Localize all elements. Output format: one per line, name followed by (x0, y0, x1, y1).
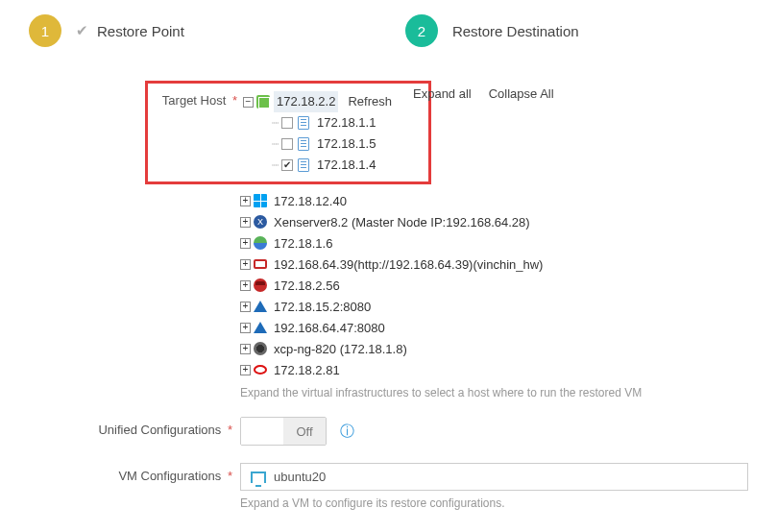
wizard-steps: 1 ✔ Restore Point 2 Restore Destination (0, 0, 777, 61)
vm-name: ubuntu20 (274, 470, 326, 484)
step-1-label: Restore Point (97, 23, 184, 39)
tree-node-label[interactable]: Xenserver8.2 (Master Node IP:192.168.64.… (271, 215, 533, 230)
tree-child-row: ┈ 172.18.1.1 (272, 112, 423, 133)
toggle-off-label: Off (283, 418, 326, 445)
oracle-icon (254, 363, 267, 376)
field-vm-config: VM Configurations * ubuntu20 Expand a VM… (29, 463, 748, 510)
label-vm-config: VM Configurations (118, 469, 221, 483)
check-icon: ✔ (76, 22, 88, 39)
field-unified-config: Unified Configurations * Off ⓘ (29, 417, 748, 446)
tree-node-row: + 192.168.64.39(http://192.168.64.39)(vi… (240, 254, 748, 275)
tree-root-label[interactable]: 172.18.2.2 (274, 91, 338, 112)
vm-config-hint: Expand a VM to configure its restore con… (240, 496, 748, 510)
tree-expand-icon[interactable]: + (240, 196, 251, 206)
step-restore-point[interactable]: 1 ✔ Restore Point (29, 14, 184, 47)
redhat-icon (254, 278, 267, 292)
tree-child-label[interactable]: 172.18.1.1 (314, 112, 378, 133)
tree-node-label[interactable]: 172.18.2.56 (271, 278, 343, 293)
tree-node-row: + X Xenserver8.2 (Master Node IP:192.168… (240, 211, 748, 232)
azure-icon (254, 300, 267, 313)
tree-expand-icon[interactable]: + (240, 217, 251, 228)
highlight-box: Target Host * − 172.18.2.2 Refresh (145, 81, 431, 184)
tree-child-row: ┈ 172.18.1.4 (272, 155, 423, 176)
label-unified-config: Unified Configurations (98, 423, 221, 437)
step-1-circle: 1 (29, 14, 61, 47)
host-checkbox[interactable] (281, 138, 293, 150)
expand-all-link[interactable]: Expand all (413, 86, 472, 101)
tree-node-label[interactable]: 172.18.2.81 (271, 363, 343, 377)
vmware-icon (256, 95, 270, 109)
sangfor-icon (254, 236, 267, 250)
tree-node-label[interactable]: xcp-ng-820 (172.18.1.8) (271, 342, 410, 356)
tree-expand-icon[interactable]: + (240, 302, 251, 312)
tree-expand-icon[interactable]: + (240, 238, 251, 249)
tree-node-label[interactable]: 172.18.15.2:8080 (271, 300, 374, 314)
tree-expand-icon[interactable]: + (240, 344, 251, 354)
tree-node-row: + 192.168.64.47:8080 (240, 317, 748, 338)
field-target-host: Target Host * − 172.18.2.2 Refresh (29, 81, 748, 399)
tree-child-label[interactable]: 172.18.1.4 (314, 155, 378, 176)
tree-root-row: − 172.18.2.2 Refresh (243, 91, 423, 112)
collapse-all-link[interactable]: Collapse All (489, 86, 554, 101)
windows-icon (254, 194, 267, 207)
tree-node-label[interactable]: 192.168.64.39(http://192.168.64.39)(vinc… (271, 257, 546, 272)
tree-node-label[interactable]: 172.18.12.40 (271, 194, 350, 208)
host-checkbox[interactable] (281, 159, 293, 171)
host-icon (297, 116, 310, 130)
azure-icon (254, 321, 267, 334)
unified-config-toggle[interactable]: Off (240, 417, 327, 446)
tree-node-label[interactable]: 172.18.1.6 (271, 236, 335, 251)
tree-expand-icon[interactable]: + (240, 365, 251, 375)
host-icon (297, 137, 310, 151)
monitor-icon (251, 472, 266, 483)
xcp-icon (254, 342, 267, 355)
step-2-circle: 2 (405, 14, 438, 47)
label-target-host-text: Target Host (162, 93, 226, 108)
vm-config-item[interactable]: ubuntu20 (240, 463, 748, 491)
step-2-label: Restore Destination (452, 23, 579, 39)
tree-collapse-icon[interactable]: − (243, 97, 254, 108)
host-icon (297, 158, 310, 172)
info-icon[interactable]: ⓘ (340, 423, 354, 441)
tree-node-row: + 172.18.15.2:8080 (240, 296, 748, 317)
tree-child-row: ┈ 172.18.1.5 (272, 133, 423, 155)
ovirt-icon (254, 257, 267, 271)
host-checkbox[interactable] (281, 117, 293, 129)
target-host-hint: Expand the virtual infrastructures to se… (240, 386, 748, 399)
tree-node-row: + xcp-ng-820 (172.18.1.8) (240, 338, 748, 359)
refresh-link[interactable]: Refresh (348, 91, 392, 112)
tree-node-row: + 172.18.2.81 (240, 359, 748, 380)
tree-child-label[interactable]: 172.18.1.5 (314, 133, 378, 155)
tree-node-label[interactable]: 192.168.64.47:8080 (271, 321, 388, 335)
tree-expand-icon[interactable]: + (240, 259, 251, 270)
tree-node-row: + 172.18.1.6 (240, 232, 748, 254)
tree-expand-icon[interactable]: + (240, 280, 251, 291)
tree-expand-icon[interactable]: + (240, 323, 251, 333)
xenserver-icon: X (254, 215, 267, 229)
tree-children: ┈ 172.18.1.1 ┈ 172.18.1.5 (243, 112, 423, 176)
step-restore-destination[interactable]: 2 Restore Destination (405, 14, 579, 47)
tree-node-row: + 172.18.12.40 (240, 190, 748, 211)
tree-node-row: + 172.18.2.56 (240, 275, 748, 296)
tree-siblings: + 172.18.12.40 + X Xenserver8.2 (Master … (240, 190, 748, 380)
